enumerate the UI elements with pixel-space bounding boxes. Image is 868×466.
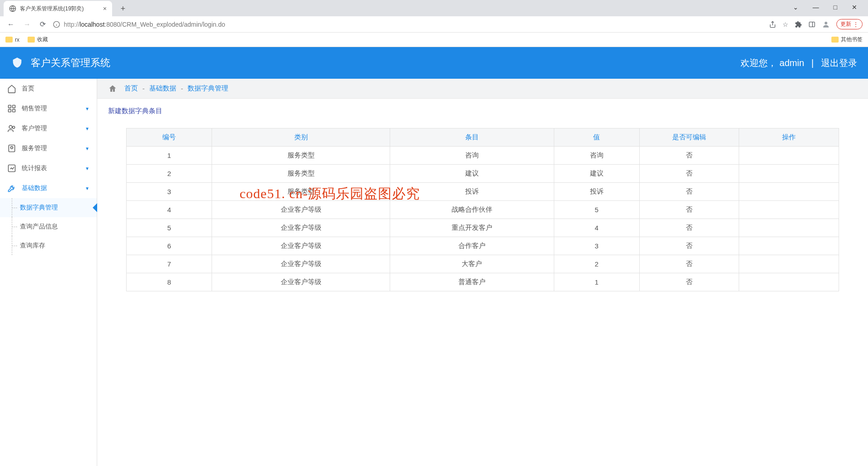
service-icon xyxy=(7,144,16,153)
cell-type: 服务类型 xyxy=(212,165,390,183)
cell-id: 2 xyxy=(127,165,212,183)
cell-type: 企业客户等级 xyxy=(212,255,390,273)
folder-icon xyxy=(831,37,839,43)
cell-editable: 否 xyxy=(639,183,739,201)
cell-editable: 否 xyxy=(639,255,739,273)
new-entry-link[interactable]: 新建数据字典条目 xyxy=(108,107,162,114)
bookmarks-bar: rx 收藏 其他书签 xyxy=(0,33,868,47)
cell-editable: 否 xyxy=(639,201,739,219)
profile-icon[interactable] xyxy=(822,20,830,29)
bookmark-rx[interactable]: rx xyxy=(5,37,19,43)
share-icon[interactable] xyxy=(769,21,776,28)
chart-icon xyxy=(7,164,16,173)
logo-icon xyxy=(11,57,24,69)
folder-icon xyxy=(28,37,35,43)
reload-button[interactable]: ⟳ xyxy=(38,18,47,30)
cell-action xyxy=(739,147,839,165)
svg-rect-8 xyxy=(13,105,15,108)
browser-chrome: 客户关系管理系统(19郭奕) × + ⌄ — □ ✕ ← → ⟳ http://… xyxy=(0,0,868,47)
chevron-down-icon: ▼ xyxy=(85,166,90,171)
cell-item: 重点开发客户 xyxy=(390,219,554,237)
app-header: 客户关系管理系统 欢迎您， admin | 退出登录 xyxy=(0,47,868,79)
cell-editable: 否 xyxy=(639,165,739,183)
home-icon[interactable] xyxy=(108,84,117,93)
cell-item: 大客户 xyxy=(390,255,554,273)
folder-icon xyxy=(5,37,13,43)
cell-id: 4 xyxy=(127,201,212,219)
svg-point-6 xyxy=(825,22,827,24)
cell-type: 服务类型 xyxy=(212,183,390,201)
sidebar-item-customer[interactable]: 客户管理 ▼ xyxy=(0,119,97,138)
info-icon[interactable] xyxy=(53,21,60,28)
sidebar-sub-stock[interactable]: 查询库存 xyxy=(0,236,97,255)
username: admin xyxy=(779,58,804,68)
back-button[interactable]: ← xyxy=(5,19,16,30)
browser-tab[interactable]: 客户关系管理系统(19郭奕) × xyxy=(4,1,112,16)
cell-action xyxy=(739,201,839,219)
table-row: 7企业客户等级大客户2否 xyxy=(127,255,839,273)
sidebar-item-home[interactable]: 首页 xyxy=(0,79,97,99)
breadcrumb-dict[interactable]: 数据字典管理 xyxy=(188,84,228,93)
users-icon xyxy=(7,124,16,133)
grid-icon xyxy=(7,104,16,113)
extensions-icon[interactable] xyxy=(795,21,802,28)
table-row: 3服务类型投诉投诉否 xyxy=(127,183,839,201)
svg-rect-10 xyxy=(13,109,15,112)
svg-point-14 xyxy=(11,147,13,149)
tab-title: 客户关系管理系统(19郭奕) xyxy=(20,5,84,13)
globe-icon xyxy=(9,5,16,12)
cell-item: 咨询 xyxy=(390,147,554,165)
chevron-down-icon: ▼ xyxy=(85,126,90,131)
cell-action xyxy=(739,273,839,291)
bookmark-fav[interactable]: 收藏 xyxy=(28,36,48,43)
sidebar-item-service[interactable]: 服务管理 ▼ xyxy=(0,138,97,158)
col-id: 编号 xyxy=(127,128,212,147)
breadcrumb-home[interactable]: 首页 xyxy=(124,84,138,93)
cell-value: 投诉 xyxy=(554,183,639,201)
col-item: 条目 xyxy=(390,128,554,147)
main-content: 首页 - 基础数据 - 数据字典管理 新建数据字典条目 编号 类别 条目 值 是… xyxy=(97,79,868,466)
cell-value: 1 xyxy=(554,273,639,291)
sidebar-item-report[interactable]: 统计报表 ▼ xyxy=(0,158,97,178)
cell-item: 合作客户 xyxy=(390,237,554,255)
close-window-icon[interactable]: ✕ xyxy=(846,2,863,13)
bookmark-other[interactable]: 其他书签 xyxy=(831,36,863,43)
update-button[interactable]: 更新 ⋮ xyxy=(836,19,863,29)
cell-editable: 否 xyxy=(639,219,739,237)
new-tab-button[interactable]: + xyxy=(117,2,129,15)
star-icon[interactable]: ☆ xyxy=(783,21,788,28)
sidepanel-icon[interactable] xyxy=(808,21,816,28)
sidebar-sub-dict[interactable]: 数据字典管理 xyxy=(0,198,97,217)
maximize-icon[interactable]: □ xyxy=(828,2,843,13)
cell-item: 建议 xyxy=(390,165,554,183)
address-bar: ← → ⟳ http://localhost:8080/CRM_Web_expl… xyxy=(0,16,868,33)
svg-point-11 xyxy=(9,125,12,128)
chevron-down-icon: ▼ xyxy=(85,186,90,191)
cell-action xyxy=(739,165,839,183)
welcome-text: 欢迎您， xyxy=(741,57,777,69)
cell-id: 3 xyxy=(127,183,212,201)
cell-type: 企业客户等级 xyxy=(212,201,390,219)
table-row: 5企业客户等级重点开发客户4否 xyxy=(127,219,839,237)
sidebar-item-sales[interactable]: 销售管理 ▼ xyxy=(0,99,97,119)
svg-rect-9 xyxy=(9,109,11,112)
chevron-down-icon: ▼ xyxy=(85,146,90,151)
cell-editable: 否 xyxy=(639,147,739,165)
url-field[interactable]: http://localhost:8080/CRM_Web_exploded/a… xyxy=(53,21,764,28)
cell-editable: 否 xyxy=(639,273,739,291)
breadcrumb: 首页 - 基础数据 - 数据字典管理 xyxy=(97,79,868,99)
chevron-down-icon: ▼ xyxy=(85,106,90,111)
sidebar-item-basicdata[interactable]: 基础数据 ▼ xyxy=(0,178,97,198)
sidebar-sub-product[interactable]: 查询产品信息 xyxy=(0,217,97,236)
table-row: 1服务类型咨询咨询否 xyxy=(127,147,839,165)
close-icon[interactable]: × xyxy=(103,5,107,12)
cell-value: 2 xyxy=(554,255,639,273)
logout-link[interactable]: 退出登录 xyxy=(821,57,857,69)
cell-type: 服务类型 xyxy=(212,147,390,165)
chevron-down-icon[interactable]: ⌄ xyxy=(788,2,804,13)
sidebar: 首页 销售管理 ▼ 客户管理 ▼ 服务管理 ▼ 统计报表 ▼ 基础数据 ▼ 数 xyxy=(0,79,97,466)
cell-id: 7 xyxy=(127,255,212,273)
minimize-icon[interactable]: — xyxy=(807,2,825,13)
forward-button[interactable]: → xyxy=(22,19,33,30)
breadcrumb-basic[interactable]: 基础数据 xyxy=(149,84,176,93)
